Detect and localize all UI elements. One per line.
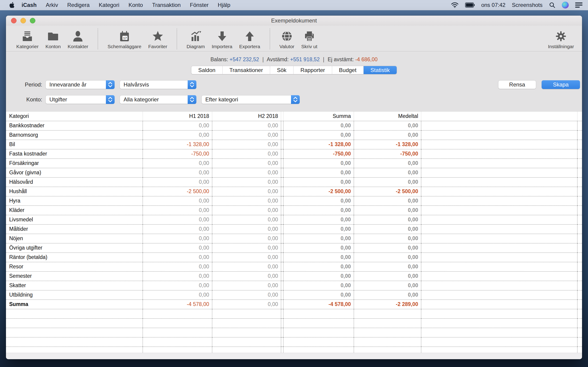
table-row[interactable]: Övriga utgifter0,000,000,000,00 xyxy=(6,243,582,252)
table-row[interactable]: Barnomsorg0,000,000,000,00 xyxy=(6,130,582,140)
toolbar-item-schemalaggare[interactable]: 17 Schemaläggare xyxy=(107,27,141,51)
toolbar-item-importera[interactable]: Importera xyxy=(212,27,233,51)
value-cell: 0,00 xyxy=(354,215,421,224)
table-row[interactable]: Räntor (betalda)0,000,000,000,00 xyxy=(6,252,582,262)
toolbar-item-exportera[interactable]: Exportera xyxy=(239,27,260,51)
menu-item-hjalp[interactable]: Hjälp xyxy=(218,2,230,8)
toolbar-item-kategorier[interactable]: Kategorier xyxy=(16,27,39,51)
value-cell: 0,00 xyxy=(143,281,212,290)
table-row[interactable]: Semester0,000,000,000,00 xyxy=(6,271,582,281)
menu-item-arkiv[interactable]: Arkiv xyxy=(46,2,58,8)
toolbar-item-diagram[interactable]: Diagram xyxy=(187,27,205,51)
category-cell: Skatter xyxy=(6,281,143,290)
category-cell: Semester xyxy=(6,271,143,281)
value-cell: 0,00 xyxy=(283,290,354,300)
value-cell: -2 500,00 xyxy=(354,187,421,196)
tab-budget[interactable]: Budget xyxy=(332,66,363,74)
table-row[interactable]: Gåvor (givna)0,000,000,000,00 xyxy=(6,168,582,177)
table-row[interactable] xyxy=(6,309,582,318)
toolbar-item-konton[interactable]: Konton xyxy=(45,27,61,51)
value-cell xyxy=(421,206,577,215)
value-cell xyxy=(281,347,283,353)
close-button[interactable] xyxy=(11,18,17,23)
column-header-medeltal[interactable]: Medeltal xyxy=(354,112,421,121)
menu-clock[interactable]: ons 07:42 xyxy=(481,2,505,8)
tab-transaktioner[interactable]: Transaktioner xyxy=(223,66,270,74)
column-header-h1[interactable]: H1 2018 xyxy=(143,112,212,121)
tab-saldon[interactable]: Saldon xyxy=(191,66,223,74)
value-cell: 0,00 xyxy=(212,158,281,168)
search-icon[interactable] xyxy=(549,2,555,8)
zoom-button[interactable] xyxy=(30,18,35,23)
active-app-name[interactable]: Screenshots xyxy=(512,2,543,8)
toolbar-item-skrivut[interactable]: Skriv ut xyxy=(301,27,317,51)
toolbar-item-kontakter[interactable]: Kontakter xyxy=(68,27,88,51)
toolbar-item-favoriter[interactable]: Favoriter xyxy=(148,27,167,51)
column-header-h2[interactable]: H2 2018 xyxy=(212,112,281,121)
table-row[interactable]: Hälsovård0,000,000,000,00 xyxy=(6,177,582,187)
table-row[interactable]: Fasta kostnader-750,000,00-750,00-750,00 xyxy=(6,149,582,158)
table-row[interactable]: Utbildning0,000,000,000,00 xyxy=(6,290,582,300)
toolbar-item-valutor[interactable]: Valutor xyxy=(279,27,294,51)
table-row[interactable]: Livsmedel0,000,000,000,00 xyxy=(6,215,582,224)
value-cell xyxy=(212,309,281,318)
menu-item-konto[interactable]: Konto xyxy=(129,2,143,8)
tab-statistik[interactable]: Statistik xyxy=(363,66,397,74)
category-cell: Bil xyxy=(6,140,143,149)
groupby-select[interactable]: Efter kategori xyxy=(201,95,300,104)
table-row[interactable]: Summa-4 578,000,00-4 578,00-2 289,00 xyxy=(6,300,582,309)
menu-item-fonster[interactable]: Fönster xyxy=(190,2,208,8)
table-row[interactable] xyxy=(6,318,582,328)
column-header-summa[interactable]: Summa xyxy=(283,112,354,121)
table-row[interactable] xyxy=(6,328,582,337)
table-row[interactable] xyxy=(6,337,582,347)
toolbar-label: Kontakter xyxy=(68,44,88,49)
table-row[interactable]: Resor0,000,000,000,00 xyxy=(6,262,582,271)
interval-select[interactable]: Halvårsvis xyxy=(120,80,196,89)
value-cell: 0,00 xyxy=(212,177,281,187)
menu-item-redigera[interactable]: Redigera xyxy=(67,2,90,8)
value-cell: 0,00 xyxy=(354,224,421,234)
content-chrome: Balans: +547 232,52 | Avstämd: +551 918,… xyxy=(6,51,582,112)
table-row[interactable]: Kläder0,000,000,000,00 xyxy=(6,206,582,215)
table-row[interactable]: Försäkringar0,000,000,000,00 xyxy=(6,158,582,168)
tab-rapporter[interactable]: Rapporter xyxy=(294,66,332,74)
svg-text:17: 17 xyxy=(123,36,127,40)
wifi-icon[interactable] xyxy=(451,2,459,8)
account-select[interactable]: Utgifter xyxy=(45,95,115,104)
value-cell: 0,00 xyxy=(283,177,354,187)
table-row[interactable]: Skatter0,000,000,000,00 xyxy=(6,281,582,290)
table-row[interactable]: Nöjen0,000,000,000,00 xyxy=(6,234,582,243)
battery-icon[interactable] xyxy=(465,2,475,8)
table-row[interactable]: Måltider0,000,000,000,00 xyxy=(6,224,582,234)
toolbar-item-installningar[interactable]: Inställningar xyxy=(548,27,574,51)
column-header-kategori[interactable]: Kategori xyxy=(6,112,143,121)
value-cell xyxy=(577,121,582,130)
table-row[interactable]: Hyra0,000,000,000,00 xyxy=(6,196,582,206)
value-cell: -750,00 xyxy=(143,149,212,158)
category-select[interactable]: Alla kategorier xyxy=(120,95,196,104)
table-row[interactable]: Hushåll-2 500,000,00-2 500,00-2 500,00 xyxy=(6,187,582,196)
clear-button[interactable]: Rensa xyxy=(498,80,536,89)
reconciled-label: Avstämd: xyxy=(267,56,288,62)
value-cell: -4 578,00 xyxy=(143,300,212,309)
create-button[interactable]: Skapa xyxy=(542,80,580,89)
value-cell xyxy=(577,347,582,353)
title-bar[interactable]: Exempeldokument xyxy=(6,16,582,26)
siri-icon[interactable] xyxy=(562,2,569,8)
interval-select-value: Halvårsvis xyxy=(124,81,149,88)
menu-item-transaktion[interactable]: Transaktion xyxy=(152,2,181,8)
value-cell: -1 328,00 xyxy=(354,140,421,149)
menu-item-app[interactable]: iCash xyxy=(22,2,36,8)
value-cell: 0,00 xyxy=(283,224,354,234)
apple-menu-icon[interactable] xyxy=(9,2,15,8)
tab-sok[interactable]: Sök xyxy=(270,66,294,74)
minimize-button[interactable] xyxy=(20,18,26,23)
period-select[interactable]: Innevarande år xyxy=(45,80,115,89)
table-row[interactable]: Bil-1 328,000,00-1 328,00-1 328,00 xyxy=(6,140,582,149)
table-row[interactable]: Bankkostnader0,000,000,000,00 xyxy=(6,121,582,130)
menu-item-kategori[interactable]: Kategori xyxy=(99,2,119,8)
toolbar-label: Konton xyxy=(45,44,61,49)
list-icon[interactable] xyxy=(575,2,582,8)
table-row[interactable] xyxy=(6,347,582,353)
